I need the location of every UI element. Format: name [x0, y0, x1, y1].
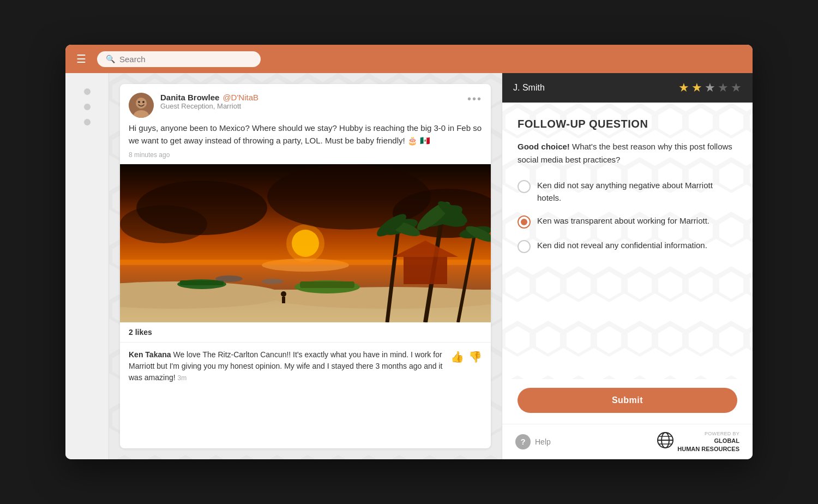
main-body: Danita Browlee @D'NitaB Guest Reception,…: [65, 73, 753, 459]
svg-point-36: [215, 275, 243, 282]
star-1: ★: [678, 81, 689, 95]
submit-area: Submit: [502, 379, 753, 424]
user-name-line: Danita Browlee @D'NitaB: [160, 93, 258, 102]
post-user-info: Danita Browlee @D'NitaB Guest Reception,…: [129, 93, 258, 118]
svg-point-7: [286, 224, 324, 262]
radio-circle-2[interactable]: [518, 215, 531, 229]
post-header: Danita Browlee @D'NitaB Guest Reception,…: [120, 84, 491, 122]
right-panel-footer: ? Help POWERED BY: [502, 424, 753, 459]
top-nav: ☰ 🔍: [65, 45, 753, 73]
help-button[interactable]: ? Help: [515, 434, 551, 449]
author-role: Guest Reception, Marriott: [160, 102, 258, 110]
svg-rect-33: [300, 281, 354, 288]
comment-body: We love The Ritz-Carlton Cancun!! It's e…: [129, 350, 442, 382]
powered-by: POWERED BY GLOBALHUMAN RESOURCES: [657, 431, 739, 453]
radio-option-1[interactable]: Ken did not say anything negative about …: [518, 179, 737, 204]
search-input[interactable]: [119, 55, 252, 64]
post-timestamp: 8 minutes ago: [120, 151, 491, 164]
star-3: ★: [705, 81, 715, 95]
post-comment: Ken Takana We love The Ritz-Carlton Canc…: [120, 343, 491, 390]
avatar: [129, 93, 154, 118]
right-panel: J. Smith ★ ★ ★ ★ ★ FOLLOW-UP QUESTION Go…: [502, 73, 753, 459]
question-bold: Good choice!: [518, 142, 570, 151]
comment-actions: 👍 👎: [450, 349, 482, 363]
followup-title: FOLLOW-UP QUESTION: [518, 118, 737, 130]
search-icon: 🔍: [106, 55, 115, 63]
author-name: Danita Browlee: [160, 93, 219, 102]
radio-option-3[interactable]: Ken did not reveal any confidential info…: [518, 239, 737, 253]
search-bar[interactable]: 🔍: [97, 51, 261, 67]
right-panel-header: J. Smith ★ ★ ★ ★ ★: [502, 73, 753, 103]
thumbs-down-icon[interactable]: 👎: [468, 350, 482, 363]
comment-author: Ken Takana: [129, 350, 171, 359]
radio-option-2[interactable]: Ken was transparent about working for Ma…: [518, 215, 737, 229]
svg-rect-35: [180, 280, 224, 285]
sidebar-dot-2: [84, 104, 91, 110]
post-image: [120, 164, 491, 322]
comment-time: 3m: [177, 374, 187, 382]
social-post-card: Danita Browlee @D'NitaB Guest Reception,…: [120, 84, 491, 448]
sidebar-dot-1: [84, 88, 91, 95]
help-label: Help: [535, 437, 551, 446]
reviewer-name: J. Smith: [513, 83, 545, 93]
star-4: ★: [718, 81, 729, 95]
likes-count: 2 likes: [120, 322, 491, 343]
sidebar-dot-3: [84, 119, 91, 125]
left-sidebar: [65, 73, 109, 459]
star-5: ★: [731, 81, 742, 95]
stars-container: ★ ★ ★ ★ ★: [678, 81, 742, 95]
radio-label-1: Ken did not say anything negative about …: [537, 179, 737, 204]
comment-text: Ken Takana We love The Ritz-Carlton Canc…: [129, 349, 446, 383]
svg-point-4: [142, 101, 145, 103]
content-area: Danita Browlee @D'NitaB Guest Reception,…: [109, 73, 502, 459]
right-panel-body: FOLLOW-UP QUESTION Good choice! What's t…: [502, 103, 753, 379]
svg-point-38: [281, 291, 286, 297]
menu-icon[interactable]: ☰: [76, 52, 86, 65]
post-text: Hi guys, anyone been to Mexico? Where sh…: [120, 122, 491, 151]
help-icon: ?: [515, 434, 531, 449]
radio-label-3: Ken did not reveal any confidential info…: [537, 239, 707, 252]
svg-point-1: [136, 98, 147, 109]
thumbs-up-icon[interactable]: 👍: [450, 350, 464, 363]
radio-circle-1[interactable]: [518, 180, 531, 193]
author-handle: @D'NitaB: [222, 93, 258, 102]
svg-rect-30: [404, 257, 447, 284]
star-2: ★: [691, 81, 702, 95]
svg-point-3: [138, 101, 140, 103]
global-logo-icon: [657, 431, 674, 452]
powered-label: POWERED BY: [677, 431, 739, 437]
app-container: ☰ 🔍: [65, 45, 753, 459]
radio-label-2: Ken was transparent about working for Ma…: [537, 215, 709, 227]
submit-button[interactable]: Submit: [518, 388, 737, 413]
radio-circle-3[interactable]: [518, 240, 531, 253]
svg-rect-39: [282, 297, 285, 303]
more-options-icon[interactable]: •••: [467, 93, 482, 105]
question-text: Good choice! What's the best reason why …: [518, 140, 737, 166]
svg-point-11: [120, 205, 207, 243]
svg-point-37: [262, 279, 284, 284]
radio-inner-2: [521, 219, 527, 225]
brand-name: GLOBALHUMAN RESOURCES: [677, 437, 739, 453]
